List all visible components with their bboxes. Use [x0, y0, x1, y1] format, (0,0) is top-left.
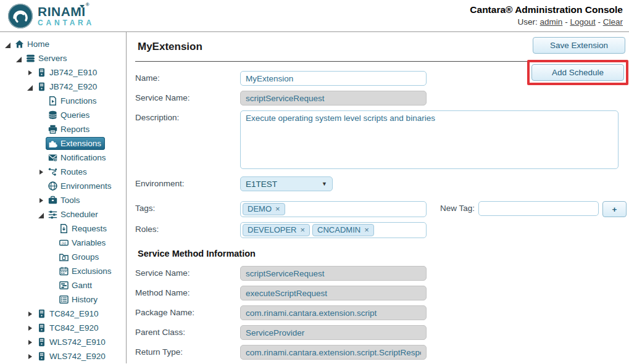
- logo-accent-icon: [80, 5, 85, 8]
- sidebar-item-extensions[interactable]: Extensions: [0, 136, 126, 151]
- remove-chip-icon[interactable]: ×: [300, 226, 305, 234]
- service-method-heading: Service Method Information: [138, 249, 627, 259]
- user-prefix: User:: [518, 17, 538, 27]
- sidebar-item-exclusions[interactable]: Exclusions: [0, 264, 126, 278]
- expander-icon[interactable]: [4, 40, 12, 49]
- remove-chip-icon[interactable]: ×: [364, 226, 369, 234]
- remove-chip-icon[interactable]: ×: [275, 205, 280, 213]
- expander-icon[interactable]: [26, 83, 35, 91]
- app-header: RINAMI® CANTARA Cantara® Administration …: [0, 0, 629, 32]
- sidebar-item-routes[interactable]: Routes: [0, 165, 126, 179]
- sidebar-item-environments[interactable]: Environments: [0, 179, 126, 193]
- expander-icon: [37, 97, 46, 105]
- sidebar-item-scheduler[interactable]: Scheduler: [0, 207, 126, 221]
- expander-icon: [37, 182, 46, 191]
- service-name-label: Service Name:: [135, 91, 240, 102]
- sidebar-item-wls742_e920[interactable]: WLS742_E920: [0, 349, 126, 363]
- readonly-field: [240, 305, 427, 320]
- logo-line2: CANTARA: [38, 19, 94, 27]
- rinami-logo-icon: [7, 3, 33, 29]
- sidebar-item-tools[interactable]: Tools: [0, 193, 126, 207]
- svg-text:(x): (x): [62, 241, 66, 245]
- sidebar-item-history[interactable]: History: [0, 292, 126, 307]
- sidebar-item-gantt[interactable]: Gantt: [0, 278, 126, 292]
- sidebar-item-home[interactable]: Home: [0, 37, 126, 51]
- clear-link[interactable]: Clear: [603, 17, 623, 27]
- sidebar-item-reports[interactable]: Reports: [0, 122, 126, 136]
- separator: -: [598, 17, 601, 27]
- user-name-link[interactable]: admin: [540, 17, 563, 27]
- expander-icon[interactable]: [26, 338, 35, 347]
- tools-icon: [48, 195, 58, 205]
- field-label: Service Name:: [135, 266, 240, 278]
- sidebar-item-functions[interactable]: Functions: [0, 94, 126, 108]
- sidebar-item-tc842_e920[interactable]: TC842_E920: [0, 321, 126, 335]
- service-method-row: Package Name:: [135, 305, 627, 320]
- expander-icon[interactable]: [26, 68, 35, 77]
- description-textarea[interactable]: Execute operating system level scripts a…: [240, 110, 619, 169]
- sidebar-item-queries[interactable]: Queries: [0, 108, 126, 122]
- roles-label: Roles:: [135, 222, 240, 234]
- expander-icon: [48, 253, 57, 262]
- expander-icon[interactable]: [26, 352, 35, 361]
- save-extension-button[interactable]: Save Extension: [533, 37, 625, 54]
- name-input[interactable]: [240, 71, 427, 86]
- requests-icon: [59, 223, 69, 234]
- logout-link[interactable]: Logout: [570, 17, 595, 27]
- new-tag-input[interactable]: [478, 201, 599, 216]
- expander-icon[interactable]: [37, 210, 46, 219]
- expander-icon[interactable]: [26, 324, 35, 333]
- environment-value: E1TEST: [246, 180, 277, 189]
- brand-logo: RINAMI® CANTARA: [7, 3, 94, 29]
- routes-icon: [48, 167, 58, 177]
- expander-icon[interactable]: [26, 310, 35, 318]
- sidebar-item-servers[interactable]: Servers: [0, 51, 126, 65]
- expander-icon[interactable]: [37, 168, 46, 176]
- sidebar-item-tc842_e910[interactable]: TC842_E910: [0, 307, 126, 321]
- sidebar-item-jb742_e920[interactable]: JB742_E920: [0, 80, 126, 94]
- user-bar: User: admin - Logout - Clear: [470, 17, 623, 28]
- expander-icon: [37, 111, 46, 120]
- server-icon: [36, 351, 47, 362]
- sidebar-item-wls742_e910[interactable]: WLS742_E910: [0, 335, 126, 349]
- gantt-icon: [59, 280, 69, 291]
- expander-icon[interactable]: [37, 196, 46, 205]
- roles-input[interactable]: DEVELOPER × CNCADMIN ×: [240, 222, 427, 238]
- tag-chip: DEVELOPER ×: [243, 224, 310, 236]
- queries-icon: [48, 110, 58, 120]
- field-label: Return Type:: [135, 345, 240, 357]
- add-schedule-button[interactable]: Add Schedule: [531, 64, 624, 81]
- server-icon: [36, 81, 47, 92]
- environment-select[interactable]: E1TEST ▼: [240, 176, 333, 191]
- expander-icon: [48, 267, 57, 276]
- expander-icon: [48, 239, 57, 247]
- description-row: Description: Execute operating system le…: [135, 110, 627, 169]
- sidebar-item-notifications[interactable]: Notifications: [0, 151, 126, 165]
- service-method-section: Service Name: Method Name: Package Name:…: [135, 266, 627, 360]
- add-tag-button[interactable]: +: [602, 201, 627, 217]
- service-method-row: Return Type:: [135, 345, 627, 360]
- tags-input[interactable]: DEMO ×: [240, 201, 427, 217]
- reports-icon: [48, 124, 58, 134]
- logo-wordmark: RINAMI®: [38, 5, 94, 18]
- separator: -: [565, 17, 568, 27]
- expander-icon: [48, 281, 57, 290]
- history-icon: [59, 294, 69, 305]
- expander-icon: [37, 139, 46, 148]
- sidebar-item-variables[interactable]: (x) Variables: [0, 236, 126, 250]
- sidebar-item-jb742_e910[interactable]: JB742_E910: [0, 65, 126, 80]
- service-name-field: [240, 91, 427, 105]
- groups-icon: [59, 252, 69, 262]
- sidebar-item-requests[interactable]: Requests: [0, 221, 126, 236]
- service-method-row: Method Name:: [135, 286, 627, 300]
- environments-icon: [48, 181, 58, 191]
- service-name-row: Service Name:: [135, 91, 627, 105]
- description-label: Description:: [135, 110, 240, 122]
- expander-icon[interactable]: [15, 54, 23, 63]
- sidebar-item-groups[interactable]: Groups: [0, 250, 126, 264]
- tag-chip: DEMO ×: [243, 203, 285, 215]
- annotation-highlight-box: Add Schedule: [527, 60, 628, 85]
- expander-icon: [48, 225, 57, 233]
- expander-icon: [37, 154, 46, 162]
- registered-mark: ®: [86, 2, 90, 7]
